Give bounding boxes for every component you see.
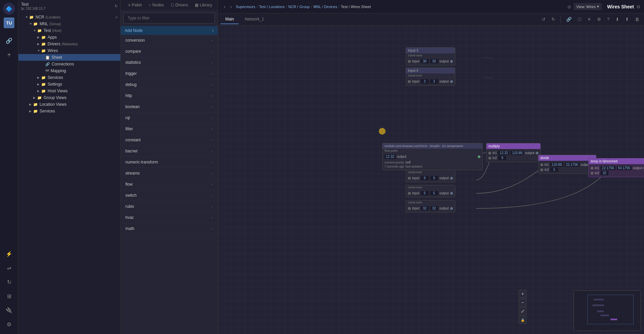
add-node-item-statistics[interactable]: statistics › (121, 57, 218, 68)
add-node-item-filter[interactable]: filter › (121, 124, 218, 135)
add-node-item-flow[interactable]: flow › (121, 179, 218, 190)
add-node-item-boolean[interactable]: boolean › (121, 101, 218, 112)
add-node-item-constant[interactable]: constant › (121, 135, 218, 146)
node-main-body: 12.32 output current-priority null 7 sec… (383, 153, 482, 170)
refresh-tree-icon[interactable]: ↻ (115, 4, 118, 8)
add-node-item-compare[interactable]: compare › (121, 46, 218, 57)
tree-item-location-views[interactable]: ▶ 📁 Location Views (18, 101, 120, 108)
help-toolbar-icon[interactable]: ? (605, 16, 611, 23)
add-node-item-http[interactable]: http › (121, 90, 218, 101)
tree-item-mnl[interactable]: ▼ 📁 MNL (Group) (18, 20, 120, 27)
link-icon[interactable]: 🔗 (3, 35, 15, 47)
network-toolbar-icon[interactable]: ⬡ (576, 16, 583, 23)
close-toolbar-icon[interactable]: ✕ (585, 16, 593, 23)
avatar[interactable]: TU (4, 17, 14, 28)
add-node-item-hvac[interactable]: hvac › (121, 212, 218, 223)
sep-icon: / (311, 5, 312, 9)
breadcrumb-mnl-devices[interactable]: MNL / Devices (313, 5, 337, 9)
download-toolbar-icon[interactable]: ⬇ (613, 16, 621, 23)
canvas-area[interactable]: Input 3 const-num input 30 30 output Inp… (218, 26, 644, 334)
plug-icon[interactable]: 🔌 (3, 304, 15, 316)
tree-item-services[interactable]: ▶ 📁 Services (18, 108, 120, 114)
zoom-fit-button[interactable]: ⤢ (519, 307, 527, 315)
node-main[interactable]: module-core-loraraw.LoraTHLM - Droplet -… (382, 143, 483, 170)
node-const5[interactable]: const-num input 5 5 output (406, 185, 455, 197)
tree-item-mapping[interactable]: 🗺 Mapping (18, 67, 120, 74)
input-port (408, 192, 411, 195)
tab-main[interactable]: Main (221, 15, 239, 24)
gear-toolbar-icon[interactable]: ⚙ (595, 16, 603, 23)
filter-input[interactable] (123, 13, 215, 23)
breadcrumb-test-locations[interactable]: Test / Locations (259, 5, 284, 9)
tree-item-sheet[interactable]: 📋 Sheet (18, 54, 120, 61)
tree-item-connections[interactable]: 🔗 Connections (18, 61, 120, 67)
view-selector[interactable]: View: Wires ▾ (574, 3, 602, 10)
nodes-tab[interactable]: ○ Nodes (147, 1, 166, 9)
settings-icon[interactable]: ⚙ (3, 318, 15, 330)
zoom-in-button[interactable]: + (519, 290, 527, 298)
mapping-icon: 🗺 (45, 69, 49, 73)
library-tab[interactable]: ▦ Library (193, 1, 214, 9)
tree-item-services-sub[interactable]: ▶ 📁 Services (18, 74, 120, 81)
add-node-item-debug[interactable]: debug › (121, 79, 218, 90)
tree-item-group-views[interactable]: ▶ 📁 Group Views (18, 94, 120, 101)
link-toolbar-icon[interactable]: 🔗 (564, 16, 574, 23)
add-node-item-numeric-transform[interactable]: numeric-transform › (121, 157, 218, 168)
add-node-item-conversion[interactable]: conversion › (121, 35, 218, 46)
add-node-item-streams[interactable]: streams › (121, 168, 218, 179)
zoom-out-button[interactable]: − (519, 298, 527, 306)
back-button[interactable]: ‹ (222, 3, 228, 10)
add-node-item-rql[interactable]: rql › (121, 112, 218, 124)
node-input3[interactable]: Input 3 const-num input 30 30 output (406, 47, 455, 65)
refresh-icon[interactable]: ↻ (3, 276, 15, 288)
output-val: 30 (430, 59, 438, 63)
tree-label: Drivers (48, 42, 60, 46)
connections-icon: 🔗 (45, 62, 50, 66)
tree-item-settings[interactable]: ▶ 📁 Settings (18, 81, 120, 88)
tree-item-host-views[interactable]: ▶ 📁 Host Views (18, 88, 120, 94)
tab-network1[interactable]: Network_1 (240, 15, 269, 24)
tree-item-test[interactable]: ▼ 📁 Test (Host) (18, 27, 120, 34)
share-icon[interactable]: ⇌ (3, 262, 15, 274)
breadcrumb-ncr-group[interactable]: NCR / Group (288, 5, 310, 9)
tree-item-ncr[interactable]: ▼ 📁 NCR (Location) ≡ (18, 14, 120, 20)
input-val: 30 (421, 59, 429, 63)
add-node-item-bacnet[interactable]: bacnet › (121, 146, 218, 157)
flash-icon[interactable]: ⚡ (3, 248, 15, 260)
grid-icon[interactable]: ⊞ (3, 290, 15, 302)
in1-port (488, 152, 491, 154)
menu-icon[interactable]: ≡ (116, 15, 118, 19)
tree-item-wires[interactable]: ▼ 📁 Wires (18, 47, 120, 54)
tree-item-drivers[interactable]: ▶ 📁 Drivers (Networks) (18, 41, 120, 47)
node-temp[interactable]: temp in fahrenheit in1 22.1756 54.1756 o… (588, 158, 644, 177)
node-const9[interactable]: const-num input 9 9 output (406, 170, 455, 182)
breadcrumb-supervisors[interactable]: Supervisors (236, 5, 255, 9)
node-temp-body: in1 22.1756 54.1756 output in2 32 (589, 164, 644, 177)
node-multiply[interactable]: multiply in1 12.32 110.88 output in2 9 (486, 143, 541, 162)
pallet-tab[interactable]: ≡ Pallet (126, 1, 144, 9)
drivers-tab[interactable]: ⬡ Drivers (169, 1, 190, 9)
node-const32[interactable]: const-num input 32 32 output (406, 200, 455, 212)
main-val: 12.32 (385, 154, 396, 159)
add-node-item-trigger[interactable]: trigger › (121, 68, 218, 79)
upload-toolbar-icon[interactable]: ⬆ (623, 16, 631, 23)
nodes-toolbar-tabs: ≡ Pallet ○ Nodes ⬡ Drivers ▦ Library (123, 1, 217, 9)
zoom-lock-button[interactable]: 🔒 (519, 316, 527, 324)
redo-button[interactable]: ↻ (549, 16, 557, 23)
drivers-icon: ⬡ (171, 3, 174, 7)
tree-title: Test (21, 2, 45, 7)
node-input4[interactable]: Input 4 const-num input 3 3 output (406, 67, 455, 86)
tree-item-apps[interactable]: ▶ 📁 Apps (18, 34, 120, 41)
breadcrumb: Supervisors / Test / Locations / NCR / G… (236, 5, 371, 9)
delete-toolbar-icon[interactable]: 🗑 (633, 16, 641, 23)
undo-button[interactable]: ↺ (540, 16, 547, 23)
node-divide[interactable]: divide in1 110.88 22.1756 output in2 5 (538, 155, 596, 174)
add-icon[interactable]: + (3, 49, 15, 61)
tree-badge: (Host) (52, 29, 61, 33)
input-label: input (412, 176, 419, 180)
add-node-item-math[interactable]: math › (121, 223, 218, 234)
add-node-item-rubix[interactable]: rubix › (121, 201, 218, 212)
forward-button[interactable]: › (228, 3, 234, 10)
add-node-item-switch[interactable]: switch › (121, 190, 218, 201)
tree-label: MNL (40, 21, 48, 26)
